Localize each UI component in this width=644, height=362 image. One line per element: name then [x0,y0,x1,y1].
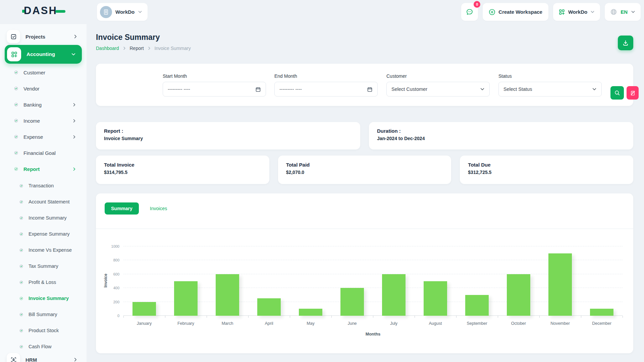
x-tick-label: December [581,321,623,326]
total-paid-label: Total Paid [286,162,443,168]
hrm-icon [7,353,20,362]
bullet-circle-icon [14,70,18,74]
bullet-circle-icon [14,167,18,171]
chart-tabs: Summary Invoices [105,202,173,215]
bar-slot [415,246,456,316]
status-select[interactable]: Select Status [498,82,602,97]
bars-container [123,246,623,316]
breadcrumb-report[interactable]: Report [130,46,144,51]
sidebar-item-banking[interactable]: Banking [0,97,87,113]
workspace-avatar [100,6,112,18]
bar-october [507,274,530,316]
sidebar-item-accounting[interactable]: Accounting [5,45,82,64]
x-axis-tick [207,316,207,318]
sidebar-item-report[interactable]: Report [0,161,87,177]
chevron-down-icon [138,10,142,14]
sidebar-item-expense[interactable]: Expense [0,129,87,145]
bar-april [257,298,280,316]
bullet-circle-icon [19,329,23,333]
sidebar-item-projects[interactable]: Projects [0,29,87,44]
projects-icon [7,30,20,43]
breadcrumb-dashboard[interactable]: Dashboard [96,46,119,51]
top-header: DASH WorkDo 0 Create Workspace WorkDo EN [0,0,644,24]
sidebar-item-hrm[interactable]: HRM [0,353,87,362]
bar-slot [123,246,165,316]
apply-filter-button[interactable] [610,86,624,100]
sidebar-item-income-summary[interactable]: Income Summary [0,210,87,226]
sidebar-item-transaction[interactable]: Transaction [0,178,87,194]
accounting-submenu: Customer Vendor Banking Income Expense F… [0,64,87,177]
workspace-name: WorkDo [115,9,135,15]
sidebar: Projects Accounting Customer Vendor Bank… [0,24,87,362]
total-paid-card: Total Paid $2,070.0 [278,156,451,184]
sidebar-item-income-vs-expense[interactable]: Income Vs Expense [0,242,87,258]
bullet-circle-icon [19,232,23,236]
x-tick-label: February [165,321,207,326]
bullet-circle-icon [14,103,18,107]
x-tick-label: September [456,321,498,326]
page-title: Invoice Summary [96,33,191,42]
sidebar-item-income[interactable]: Income [0,113,87,129]
customer-label: Customer [386,73,490,79]
customer-select[interactable]: Select Customer [386,82,490,97]
create-workspace-button[interactable]: Create Workspace [483,3,548,21]
total-paid-value: $2,070.0 [286,170,443,175]
end-month-input[interactable]: --------- ---- [274,82,378,97]
x-axis-tick [623,316,623,318]
bar-june [340,288,364,316]
sidebar-item-expense-summary[interactable]: Expense Summary [0,226,87,242]
breadcrumb-separator-icon [147,46,151,50]
x-axis-tick [331,316,332,318]
invoice-chart-card: Summary Invoices Invoice 020040060080010… [96,193,633,353]
bar-slot [373,246,415,316]
workspace-switcher[interactable]: WorkDo [97,3,148,21]
bar-march [216,274,239,316]
y-tick-label: 400 [113,286,119,290]
duration-card: Duration : Jan-2024 to Dec-2024 [369,122,633,149]
sidebar-item-profit-loss[interactable]: Profit & Loss [0,274,87,290]
x-tick-label: November [539,321,581,326]
sidebar-item-customer[interactable]: Customer [0,64,87,80]
bar-slot [290,246,331,316]
sidebar-item-tax-summary[interactable]: Tax Summary [0,258,87,274]
report-value: Invoice Summary [104,136,352,141]
start-month-input[interactable]: --------- ---- [163,82,266,97]
sidebar-item-invoice-summary[interactable]: Invoice Summary [0,290,87,306]
x-axis-tick [373,316,373,318]
sidebar-item-label: Projects [25,34,73,40]
bullet-circle-icon [19,281,23,284]
reset-filter-button[interactable] [627,86,639,100]
bar-september [465,295,488,316]
status-field: Status Select Status [498,73,602,97]
bullet-circle-icon [19,184,23,188]
chevron-down-icon [590,10,595,14]
app-menu-button[interactable]: WorkDo [553,3,600,21]
x-axis-tick [581,316,581,318]
building-icon [103,9,109,15]
sidebar-item-product-stock[interactable]: Product Stock [0,322,87,339]
sidebar-item-financial-goal[interactable]: Financial Goal [0,145,87,161]
duration-value: Jan-2024 to Dec-2024 [377,136,625,141]
chevron-down-icon [480,87,485,92]
bullet-circle-icon [19,200,23,204]
x-axis-tick [248,316,249,318]
x-axis-title: Months [123,332,623,337]
sidebar-item-cash-flow[interactable]: Cash Flow [0,339,87,355]
sidebar-item-vendor[interactable]: Vendor [0,80,87,97]
y-tick-label: 0 [117,314,119,318]
language-selector[interactable]: EN [605,3,641,21]
x-tick-label: March [207,321,248,326]
tab-summary[interactable]: Summary [105,202,139,215]
sidebar-item-bill-summary[interactable]: Bill Summary [0,306,87,322]
sidebar-item-account-statement[interactable]: Account Statement [0,194,87,210]
x-tick-label: October [498,321,539,326]
language-code: EN [621,9,628,15]
chevron-down-icon [592,87,597,92]
download-report-button[interactable] [618,36,633,50]
tab-invoices[interactable]: Invoices [144,202,173,215]
messages-button[interactable]: 0 [461,3,478,21]
duration-label: Duration : [377,128,625,134]
start-month-label: Start Month [163,73,266,79]
chevron-right-icon [72,119,76,123]
x-tick-label: July [373,321,415,326]
